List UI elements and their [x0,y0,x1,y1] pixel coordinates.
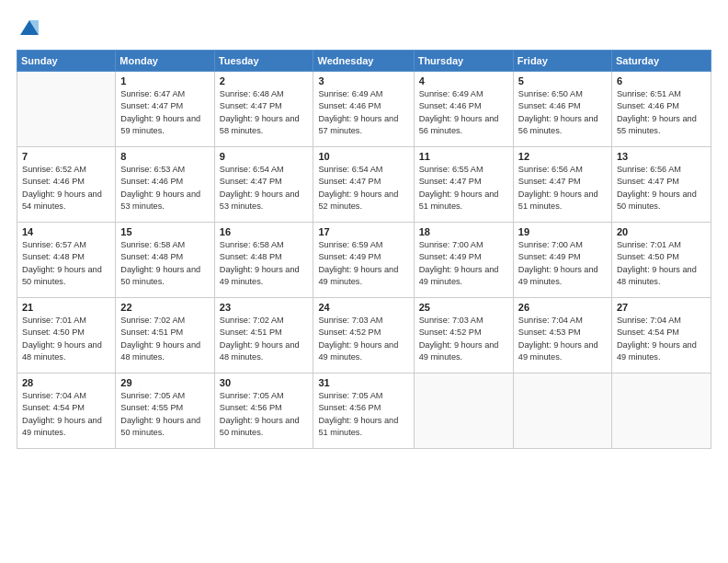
day-info: Sunrise: 7:04 AMSunset: 4:54 PMDaylight:… [22,390,110,439]
day-info: Sunrise: 7:05 AMSunset: 4:56 PMDaylight:… [318,390,408,439]
calendar-cell: 8Sunrise: 6:53 AMSunset: 4:46 PMDaylight… [116,147,214,223]
day-number: 22 [120,302,209,313]
calendar-week: 1Sunrise: 6:47 AMSunset: 4:47 PMDaylight… [17,72,711,147]
calendar-cell [513,373,611,449]
header-day: Wednesday [313,51,414,72]
day-info: Sunrise: 6:51 AMSunset: 4:46 PMDaylight:… [617,88,706,137]
day-number: 4 [419,75,508,86]
day-number: 7 [22,151,110,162]
day-number: 31 [318,377,408,388]
day-info: Sunrise: 7:04 AMSunset: 4:53 PMDaylight:… [518,315,607,363]
day-number: 18 [419,226,508,237]
calendar-week: 21Sunrise: 7:01 AMSunset: 4:50 PMDayligh… [17,298,711,373]
calendar-cell [17,72,116,147]
day-info: Sunrise: 7:00 AMSunset: 4:49 PMDaylight:… [419,239,508,288]
day-number: 15 [120,226,209,237]
calendar-cell: 11Sunrise: 6:55 AMSunset: 4:47 PMDayligh… [414,147,513,223]
day-number: 16 [220,226,309,237]
day-number: 23 [220,302,309,313]
calendar-cell: 17Sunrise: 6:59 AMSunset: 4:49 PMDayligh… [313,223,414,298]
calendar-cell: 5Sunrise: 6:50 AMSunset: 4:46 PMDaylight… [513,72,611,147]
calendar-cell: 13Sunrise: 6:56 AMSunset: 4:47 PMDayligh… [611,147,711,223]
calendar-cell: 27Sunrise: 7:04 AMSunset: 4:54 PMDayligh… [611,298,711,373]
calendar-cell: 26Sunrise: 7:04 AMSunset: 4:53 PMDayligh… [513,298,611,373]
calendar-cell: 28Sunrise: 7:04 AMSunset: 4:54 PMDayligh… [17,373,116,449]
day-info: Sunrise: 6:54 AMSunset: 4:47 PMDaylight:… [318,164,408,213]
day-info: Sunrise: 7:04 AMSunset: 4:54 PMDaylight:… [617,315,706,363]
day-number: 20 [617,226,706,237]
day-number: 10 [318,151,408,162]
day-info: Sunrise: 6:56 AMSunset: 4:47 PMDaylight:… [518,164,607,213]
day-info: Sunrise: 6:52 AMSunset: 4:46 PMDaylight:… [22,164,110,213]
header-day: Tuesday [214,51,313,72]
day-number: 29 [120,377,209,388]
header-day: Sunday [17,51,116,72]
header [17,17,711,42]
calendar-cell: 19Sunrise: 7:00 AMSunset: 4:49 PMDayligh… [513,223,611,298]
day-info: Sunrise: 6:54 AMSunset: 4:47 PMDaylight:… [220,164,309,213]
header-day: Saturday [611,51,711,72]
day-number: 27 [617,302,706,313]
day-number: 24 [318,302,408,313]
calendar-cell: 18Sunrise: 7:00 AMSunset: 4:49 PMDayligh… [414,223,513,298]
calendar-cell: 7Sunrise: 6:52 AMSunset: 4:46 PMDaylight… [17,147,116,223]
day-number: 21 [22,302,110,313]
calendar-cell: 29Sunrise: 7:05 AMSunset: 4:55 PMDayligh… [116,373,214,449]
calendar-cell: 14Sunrise: 6:57 AMSunset: 4:48 PMDayligh… [17,223,116,298]
day-info: Sunrise: 7:00 AMSunset: 4:49 PMDaylight:… [518,239,607,288]
calendar-cell: 1Sunrise: 6:47 AMSunset: 4:47 PMDaylight… [116,72,214,147]
day-info: Sunrise: 6:58 AMSunset: 4:48 PMDaylight:… [120,239,209,288]
day-info: Sunrise: 6:49 AMSunset: 4:46 PMDaylight:… [419,88,508,137]
calendar-cell: 23Sunrise: 7:02 AMSunset: 4:51 PMDayligh… [214,298,313,373]
day-info: Sunrise: 6:50 AMSunset: 4:46 PMDaylight:… [518,88,607,137]
calendar-header: SundayMondayTuesdayWednesdayThursdayFrid… [17,51,711,72]
page-container: SundayMondayTuesdayWednesdayThursdayFrid… [0,0,728,563]
day-info: Sunrise: 6:57 AMSunset: 4:48 PMDaylight:… [22,239,110,288]
calendar-cell: 31Sunrise: 7:05 AMSunset: 4:56 PMDayligh… [313,373,414,449]
logo [17,17,46,42]
calendar-cell: 20Sunrise: 7:01 AMSunset: 4:50 PMDayligh… [611,223,711,298]
day-number: 11 [419,151,508,162]
calendar-cell: 6Sunrise: 6:51 AMSunset: 4:46 PMDaylight… [611,72,711,147]
day-number: 8 [120,151,209,162]
calendar-body: 1Sunrise: 6:47 AMSunset: 4:47 PMDaylight… [17,72,711,449]
header-day: Friday [513,51,611,72]
calendar-week: 7Sunrise: 6:52 AMSunset: 4:46 PMDaylight… [17,147,711,223]
day-number: 19 [518,226,607,237]
calendar-week: 14Sunrise: 6:57 AMSunset: 4:48 PMDayligh… [17,223,711,298]
day-info: Sunrise: 7:03 AMSunset: 4:52 PMDaylight:… [419,315,508,363]
day-info: Sunrise: 6:49 AMSunset: 4:46 PMDaylight:… [318,88,408,137]
day-number: 12 [518,151,607,162]
day-number: 17 [318,226,408,237]
day-info: Sunrise: 6:48 AMSunset: 4:47 PMDaylight:… [220,88,309,137]
day-number: 26 [518,302,607,313]
header-day: Thursday [414,51,513,72]
day-info: Sunrise: 7:05 AMSunset: 4:56 PMDaylight:… [220,390,309,439]
header-day: Monday [116,51,214,72]
day-info: Sunrise: 6:47 AMSunset: 4:47 PMDaylight:… [120,88,209,137]
calendar-cell: 3Sunrise: 6:49 AMSunset: 4:46 PMDaylight… [313,72,414,147]
calendar-cell: 2Sunrise: 6:48 AMSunset: 4:47 PMDaylight… [214,72,313,147]
day-info: Sunrise: 7:03 AMSunset: 4:52 PMDaylight:… [318,315,408,363]
day-info: Sunrise: 7:01 AMSunset: 4:50 PMDaylight:… [22,315,110,363]
calendar-cell: 12Sunrise: 6:56 AMSunset: 4:47 PMDayligh… [513,147,611,223]
day-info: Sunrise: 7:01 AMSunset: 4:50 PMDaylight:… [617,239,706,288]
calendar-cell: 15Sunrise: 6:58 AMSunset: 4:48 PMDayligh… [116,223,214,298]
calendar-cell: 4Sunrise: 6:49 AMSunset: 4:46 PMDaylight… [414,72,513,147]
day-info: Sunrise: 7:02 AMSunset: 4:51 PMDaylight:… [120,315,209,363]
day-number: 1 [120,75,209,86]
header-row: SundayMondayTuesdayWednesdayThursdayFrid… [17,51,711,72]
day-number: 5 [518,75,607,86]
day-info: Sunrise: 7:02 AMSunset: 4:51 PMDaylight:… [220,315,309,363]
calendar-cell: 30Sunrise: 7:05 AMSunset: 4:56 PMDayligh… [214,373,313,449]
day-number: 9 [220,151,309,162]
day-number: 25 [419,302,508,313]
day-info: Sunrise: 6:53 AMSunset: 4:46 PMDaylight:… [120,164,209,213]
calendar-cell: 10Sunrise: 6:54 AMSunset: 4:47 PMDayligh… [313,147,414,223]
day-number: 14 [22,226,110,237]
calendar-cell: 16Sunrise: 6:58 AMSunset: 4:48 PMDayligh… [214,223,313,298]
day-info: Sunrise: 6:58 AMSunset: 4:48 PMDaylight:… [220,239,309,288]
day-number: 3 [318,75,408,86]
calendar-cell: 21Sunrise: 7:01 AMSunset: 4:50 PMDayligh… [17,298,116,373]
day-number: 6 [617,75,706,86]
